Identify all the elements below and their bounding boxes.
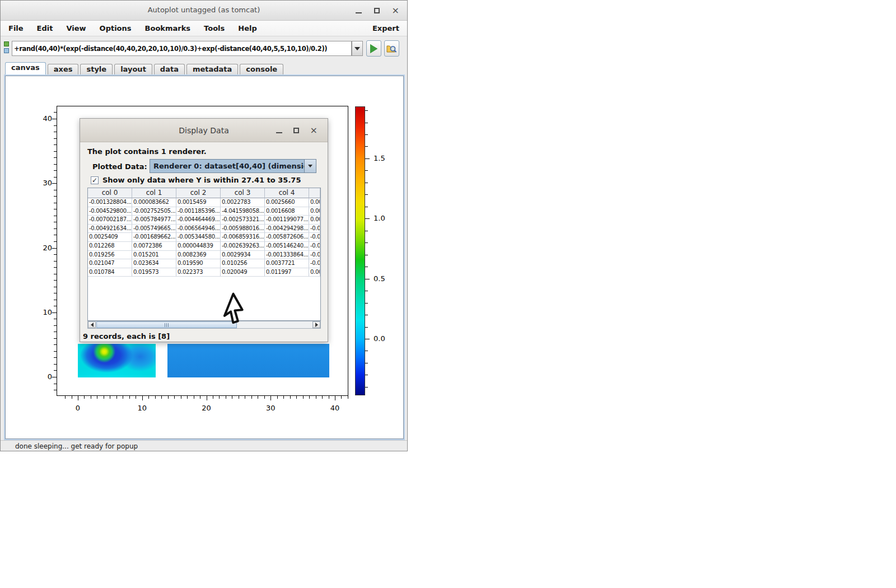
table-cell[interactable]: 0.022373 bbox=[176, 268, 221, 277]
uri-input[interactable] bbox=[12, 41, 352, 56]
horizontal-scrollbar[interactable] bbox=[87, 321, 321, 329]
table-cell[interactable]: -0.005749665... bbox=[132, 225, 176, 234]
table-cell[interactable]: 0.000083662 bbox=[132, 198, 176, 207]
table-cell[interactable]: -0.006564946... bbox=[176, 225, 221, 234]
table-cell[interactable]: 0.021047 bbox=[88, 259, 132, 268]
table-cell[interactable]: 0.00 bbox=[309, 216, 320, 225]
tab-canvas[interactable]: canvas bbox=[5, 62, 46, 74]
axis-tick bbox=[110, 396, 110, 399]
tab-layout[interactable]: layout bbox=[114, 64, 152, 74]
table-cell[interactable]: -0.005988016... bbox=[221, 225, 265, 234]
menu-edit[interactable]: Edit bbox=[37, 24, 53, 32]
menu-tools[interactable]: Tools bbox=[204, 24, 225, 32]
table-cell[interactable]: -0.001199077... bbox=[265, 216, 309, 225]
table-cell[interactable]: -0.00 bbox=[309, 233, 320, 242]
column-header[interactable]: col 4 bbox=[265, 188, 309, 198]
table-cell[interactable]: 0.012268 bbox=[88, 242, 132, 251]
dialog-titlebar[interactable]: Display Data × bbox=[80, 119, 328, 142]
table-cell[interactable]: 0.0025409 bbox=[88, 233, 132, 242]
inspect-uri-button[interactable] bbox=[384, 40, 399, 57]
menu-file[interactable]: File bbox=[8, 24, 24, 32]
table-cell[interactable]: -0.001185396... bbox=[176, 207, 221, 216]
dialog-maximize-icon[interactable] bbox=[293, 128, 299, 133]
table-cell[interactable]: 0.010256 bbox=[221, 259, 265, 268]
tab-data[interactable]: data bbox=[154, 64, 185, 74]
table-cell[interactable]: -0.001689662... bbox=[132, 233, 176, 242]
close-icon[interactable]: × bbox=[392, 6, 399, 15]
menu-bookmarks[interactable]: Bookmarks bbox=[145, 24, 191, 32]
chevron-down-icon bbox=[308, 165, 312, 167]
table-cell[interactable]: 0.019573 bbox=[132, 268, 176, 277]
maximize-icon[interactable] bbox=[374, 8, 380, 13]
table-cell[interactable]: -0.00 bbox=[309, 259, 320, 268]
axis-tick bbox=[54, 241, 57, 242]
plot-go-button[interactable] bbox=[366, 40, 381, 57]
table-cell[interactable]: 0.023634 bbox=[132, 259, 176, 268]
window-titlebar[interactable]: Autoplot untagged (as tomcat) × bbox=[1, 1, 407, 21]
table-cell[interactable]: -0.002752505... bbox=[132, 207, 176, 216]
table-cell[interactable]: -0.002573321... bbox=[221, 216, 265, 225]
table-cell[interactable]: 0.0016608 bbox=[265, 207, 309, 216]
table-cell[interactable]: -0.004529800... bbox=[88, 207, 132, 216]
combobox-arrow-button[interactable] bbox=[304, 160, 316, 172]
table-cell[interactable]: -0.005146240... bbox=[265, 242, 309, 251]
column-header[interactable]: col 2 bbox=[176, 188, 221, 198]
table-cell[interactable]: 0.019590 bbox=[176, 259, 221, 268]
table-cell[interactable]: 0.020049 bbox=[221, 268, 265, 277]
table-cell[interactable]: -0.00 bbox=[309, 251, 320, 260]
uri-dropdown-button[interactable] bbox=[352, 41, 363, 56]
table-cell[interactable]: -0.001328804... bbox=[88, 198, 132, 207]
table-cell[interactable]: 0.0029934 bbox=[221, 251, 265, 260]
table-cell[interactable]: -0.005344580... bbox=[176, 233, 221, 242]
table-cell[interactable]: 0.00 bbox=[309, 198, 320, 207]
menu-options[interactable]: Options bbox=[100, 24, 132, 32]
table-cell[interactable]: 0.00 bbox=[309, 268, 320, 277]
tab-style[interactable]: style bbox=[80, 64, 113, 74]
table-cell[interactable]: 0.019256 bbox=[88, 251, 132, 260]
filter-checkbox[interactable]: ✓ bbox=[91, 176, 99, 184]
table-cell[interactable]: -0.004294298... bbox=[265, 225, 309, 234]
table-cell[interactable]: -0.007002187... bbox=[88, 216, 132, 225]
plotted-data-combobox[interactable]: Renderer 0: dataset[40,40] (dimension... bbox=[150, 159, 316, 173]
table-cell[interactable]: -0.001333864... bbox=[265, 251, 309, 260]
table-cell[interactable]: -4.041598058... bbox=[221, 207, 265, 216]
table-cell[interactable]: -0.006859316... bbox=[221, 233, 265, 242]
tab-console[interactable]: console bbox=[240, 64, 283, 74]
menu-view[interactable]: View bbox=[66, 24, 86, 32]
table-cell[interactable]: 0.000044839 bbox=[176, 242, 221, 251]
minimize-icon[interactable] bbox=[356, 12, 362, 13]
dialog-minimize-icon[interactable] bbox=[276, 132, 282, 133]
table-cell[interactable]: 0.010784 bbox=[88, 268, 132, 277]
table-cell[interactable]: 0.0072386 bbox=[132, 242, 176, 251]
tab-metadata[interactable]: metadata bbox=[186, 64, 238, 74]
scrollbar-thumb[interactable] bbox=[96, 321, 237, 328]
table-cell[interactable]: -0.00 bbox=[309, 242, 320, 251]
tab-axes[interactable]: axes bbox=[48, 64, 79, 74]
table-cell[interactable]: 0.0015459 bbox=[176, 198, 221, 207]
colorbar-gradient[interactable] bbox=[355, 106, 365, 395]
column-header[interactable]: col 0 bbox=[88, 188, 132, 198]
table-cell[interactable]: 0.0022783 bbox=[221, 198, 265, 207]
table-cell[interactable]: 0.0037721 bbox=[265, 259, 309, 268]
table-cell[interactable]: 0.011997 bbox=[265, 268, 309, 277]
expert-label[interactable]: Expert bbox=[372, 24, 399, 32]
table-cell[interactable]: -0.005872606... bbox=[265, 233, 309, 242]
axis-tick bbox=[219, 396, 220, 399]
scrollbar-track[interactable] bbox=[96, 321, 312, 328]
table-cell[interactable]: 0.00 bbox=[309, 207, 320, 216]
scroll-left-button[interactable] bbox=[88, 321, 96, 328]
menu-help[interactable]: Help bbox=[238, 24, 256, 32]
table-cell[interactable]: 0.0025660 bbox=[265, 198, 309, 207]
table-cell[interactable]: -0.002639263... bbox=[221, 242, 265, 251]
column-header[interactable]: col 1 bbox=[132, 188, 176, 198]
column-header[interactable]: col 3 bbox=[221, 188, 265, 198]
table-cell[interactable]: -0.004464469... bbox=[176, 216, 221, 225]
table-cell[interactable]: -0.00 bbox=[309, 225, 320, 234]
scroll-right-button[interactable] bbox=[312, 321, 320, 328]
column-header[interactable] bbox=[309, 188, 320, 198]
table-cell[interactable]: -0.005784977... bbox=[132, 216, 176, 225]
table-cell[interactable]: 0.015201 bbox=[132, 251, 176, 260]
table-cell[interactable]: -0.004921634... bbox=[88, 225, 132, 234]
table-cell[interactable]: 0.0082369 bbox=[176, 251, 221, 260]
dialog-close-icon[interactable]: × bbox=[310, 126, 318, 135]
